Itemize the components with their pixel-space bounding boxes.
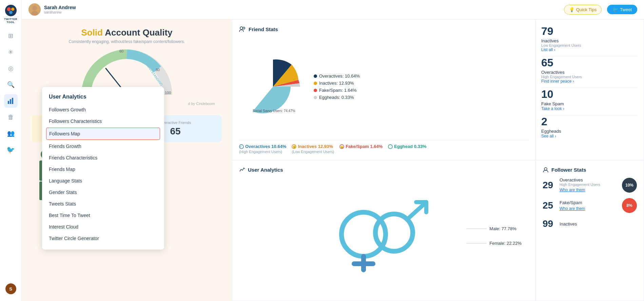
follower-stats-title: Follower Stats [543,167,637,173]
sidebar-stat-fake-spam: 10 Fake Spam Take a look › [541,88,638,115]
sidebar-stat-inactives: 79 Inactives Low Engagement Users List a… [541,25,638,57]
egghead-icon [388,144,393,149]
svg-text:80: 80 [156,68,160,72]
svg-point-0 [5,5,16,16]
right-panels: Friend Stats [232,19,644,301]
twitter-bird-icon: 🐦 [612,7,618,12]
svg-point-31 [388,145,392,149]
sidebar-stat-eggheads: 2 Eggheads See all › [541,115,638,143]
sidebar-icon-search[interactable]: 🔍 [4,78,18,91]
dropdown-item-best-time-to-tweet[interactable]: Best Time To Tweet [42,210,164,221]
follower-stat-overactives: 29 Overactives High Engagement Users Who… [543,177,637,193]
account-quality-subtitle: Consistently engaging, without/less fake… [32,39,222,44]
follower-stat-fake/spam: 25 Fake/Spam Who are them 8% [543,198,637,213]
dropdown-item-followers-characteristics[interactable]: Followers Characteristics [42,115,164,127]
left-sidebar: TWITTER TOOL ⊞ ✳ ◎ 🔍 🗑 👥 🐦 S [0,0,22,301]
sidebar-icon-grid[interactable]: ⊞ [4,29,18,43]
svg-point-1 [7,7,11,11]
svg-rect-5 [10,99,11,104]
follower-stat-inactives: 99 Inactives [543,218,637,229]
header-handle: saraharew [44,10,76,14]
sidebar-icon-analytics[interactable] [4,94,18,108]
app-name: TWITTER TOOL [0,18,21,24]
svg-text:😐: 😐 [293,145,296,149]
male-label: Male: 77.78% [466,226,522,231]
app-logo[interactable] [4,4,17,17]
follower-stats-container: 29 Overactives High Engagement Users Who… [543,177,637,229]
user-analytics-panel: User Analytics [232,160,535,301]
dropdown-item-twitter-circle-generator[interactable]: Twitter Circle Generator [42,233,164,244]
friend-stats-panel: Friend Stats [232,19,535,160]
dropdown-item-friends-map[interactable]: Friends Map [42,164,164,175]
header-avatar [28,3,41,16]
tweet-button-label: Tweet [620,7,632,12]
footer-egghead: Egghead 0.33% [388,144,426,154]
account-quality-rest: Account Quality [103,27,173,38]
dropdown-title: User Analytics [42,92,164,104]
sidebar-icon-twitter[interactable]: 🐦 [4,143,18,156]
follower-stats-panel: Follower Stats 29 Overactives High Engag… [535,160,644,301]
tweet-button[interactable]: 🐦 Tweet [607,5,637,14]
header-username: Sarah Andrew [44,5,76,10]
svg-rect-6 [12,98,13,104]
svg-text:60: 60 [119,49,123,53]
legend-eggheads: Eggheads: 0.33% [314,95,360,100]
header-user-info: Sarah Andrew saraharew [44,5,76,14]
svg-point-8 [32,6,37,10]
dropdown-item-followers-growth[interactable]: Followers Growth [42,104,164,115]
gender-symbols-svg [326,199,442,273]
svg-text:100: 100 [165,91,171,95]
follower-stats-title-text: Follower Stats [551,167,586,173]
svg-rect-4 [8,101,9,104]
legend-inactives: Inactives: 12.93% [314,81,360,86]
svg-text:Social Savvy Users: 74.47%: Social Savvy Users: 74.47% [253,109,295,113]
top-header: Sarah Andrew saraharew 💡 Quick Tips 🐦 Tw… [22,0,644,19]
dropdown-item-followers-map[interactable]: Followers Map [46,128,160,140]
pie-chart-svg: Social Savvy Users: 74.47% [239,56,307,117]
friend-stats-content: Social Savvy Users: 74.47% Overactives: … [239,37,528,136]
user-analytics-panel-title: User Analytics [239,167,528,173]
pie-legend: Overactives: 10.64% Inactives: 12.93% Fa… [314,73,360,100]
sidebar-icon-delete[interactable]: 🗑 [4,110,18,124]
fakespam-icon: 😠 [339,144,344,149]
svg-point-3 [9,11,13,14]
header-user: Sarah Andrew saraharew [28,3,76,16]
dropdown-item-tweets-stats[interactable]: Tweets Stats [42,198,164,210]
svg-point-39 [544,168,547,170]
footer-fakespam: 😠 Fake/Spam 1.64% [339,144,383,154]
lightbulb-icon: 💡 [569,7,574,12]
sidebar-icon-target[interactable]: ◎ [4,62,18,75]
friend-stats-title: Friend Stats [239,26,528,33]
overactives-icon: + [239,144,244,149]
gender-chart: Male: 77.78% Female: 22.22% [239,177,528,295]
account-quality-highlight: Solid [81,27,103,38]
svg-point-35 [375,214,413,251]
svg-point-23 [243,27,245,29]
svg-point-22 [240,27,243,29]
left-panel: Solid Account Quality Consistently engag… [22,19,232,301]
quick-tips-button[interactable]: 💡 Quick Tips [564,5,602,15]
dropdown-item-friends-growth[interactable]: Friends Growth [42,141,164,152]
main-content: Sarah Andrew saraharew 💡 Quick Tips 🐦 Tw… [22,0,644,301]
legend-fakespam: Fake/Spam: 1.64% [314,88,360,93]
legend-overactives: Overactives: 10.64% [314,73,360,79]
friend-stats-sidebar: 79 Inactives Low Engagement Users List a… [535,19,644,160]
dropdown-item-friends-characteristics[interactable]: Friends Characteristics [42,152,164,164]
sidebar-stats-container: 79 Inactives Low Engagement Users List a… [541,25,638,143]
dropdown-item-gender-stats[interactable]: Gender Stats [42,187,164,198]
friend-stats-title-text: Friend Stats [249,26,278,32]
footer-inactives: 😐 Inactives 12.93% (Low Engagement Users… [292,144,334,154]
user-avatar-small[interactable]: S [5,283,16,294]
dropdown-item-interest-cloud[interactable]: Interest Cloud [42,221,164,233]
account-quality-title: Solid Account Quality [32,27,222,38]
user-analytics-dropdown: User Analytics Followers GrowthFollowers… [42,87,164,250]
dropdown-items: Followers GrowthFollowers Characteristic… [42,104,164,244]
svg-text:😠: 😠 [340,146,344,149]
inactives-icon: 😐 [292,144,296,149]
friends-icon [239,26,246,33]
sidebar-icon-network[interactable]: ✳ [4,45,18,59]
sidebar-stat-overactives: 65 Overactives High Engagement Users Fin… [541,57,638,88]
sidebar-icon-users[interactable]: 👥 [4,127,18,140]
female-label: Female: 22.22% [466,241,522,246]
dropdown-item-language-stats[interactable]: Language Stats [42,175,164,187]
